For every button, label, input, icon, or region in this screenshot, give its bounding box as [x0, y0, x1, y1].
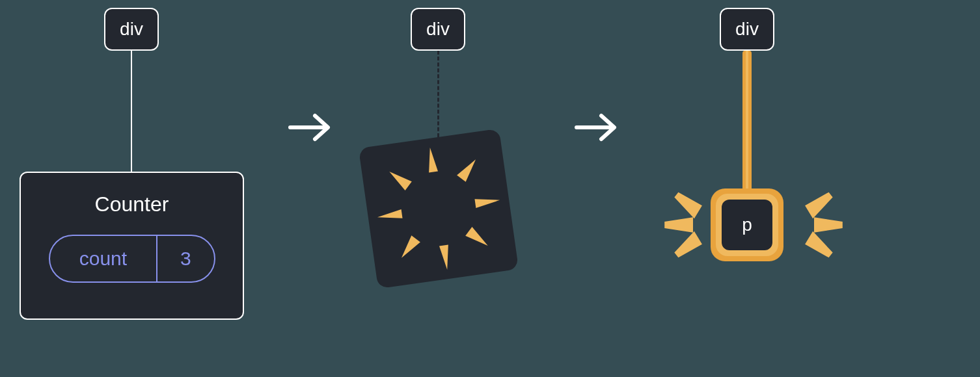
- state-key-label: count: [50, 236, 158, 281]
- tree-connector-highlight-inner: [746, 51, 748, 194]
- destroyed-component: [359, 129, 519, 289]
- highlight-ring: p: [716, 194, 778, 256]
- svg-marker-12: [810, 195, 830, 213]
- parent-div-node: div: [411, 8, 465, 51]
- svg-marker-10: [677, 237, 698, 255]
- svg-marker-3: [474, 196, 500, 208]
- state-pill: count 3: [49, 235, 215, 283]
- node-label: div: [735, 19, 759, 40]
- svg-marker-7: [465, 225, 488, 248]
- node-label: p: [722, 200, 772, 250]
- stage-destroy: div: [374, 8, 569, 365]
- state-value-label: 3: [157, 236, 213, 281]
- tree-connector-dashed: [437, 51, 439, 143]
- new-element-node: p: [711, 188, 783, 261]
- arrow-icon: [573, 109, 623, 146]
- node-label: div: [120, 19, 143, 40]
- svg-marker-2: [377, 209, 403, 222]
- svg-marker-0: [426, 147, 438, 173]
- arrow-icon: [286, 109, 337, 146]
- svg-marker-9: [677, 195, 698, 213]
- stage-before: div Counter count 3: [20, 8, 260, 365]
- parent-div-node: div: [720, 8, 774, 51]
- burst-icon: [359, 129, 519, 289]
- svg-marker-13: [810, 237, 830, 255]
- svg-marker-11: [817, 221, 842, 229]
- svg-marker-1: [439, 244, 452, 270]
- svg-marker-4: [389, 169, 413, 192]
- parent-div-node: div: [104, 8, 159, 51]
- svg-marker-6: [399, 235, 422, 258]
- tree-connector: [131, 51, 132, 172]
- svg-marker-8: [665, 221, 690, 229]
- svg-marker-5: [455, 159, 478, 183]
- node-label: div: [426, 19, 450, 40]
- counter-component-node: Counter count 3: [20, 172, 244, 320]
- stage-after: div p: [636, 8, 884, 365]
- component-name: Counter: [95, 192, 169, 216]
